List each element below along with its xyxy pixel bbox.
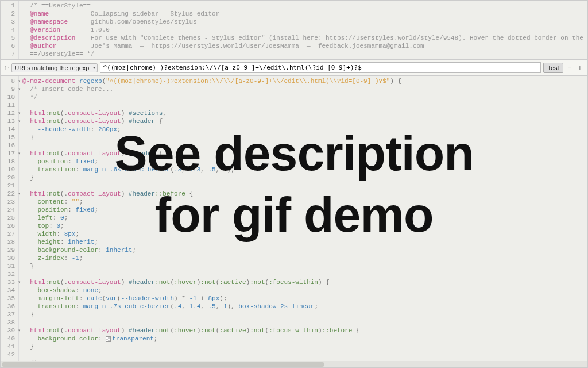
line-number: 21 bbox=[2, 182, 15, 190]
line-number: 15 bbox=[2, 133, 15, 141]
scrollbar-thumb[interactable] bbox=[2, 362, 324, 367]
code-line[interactable]: @name Collapsing sidebar - Stylus editor bbox=[22, 10, 587, 18]
code-line[interactable]: } bbox=[22, 262, 587, 270]
line-number: 31 bbox=[2, 262, 15, 270]
code-line[interactable]: content: ""; bbox=[22, 198, 587, 206]
line-number: 4 bbox=[2, 26, 15, 34]
code-line[interactable]: /* Insert code here... bbox=[22, 85, 587, 93]
line-number: 18 bbox=[2, 158, 15, 166]
code-line[interactable]: html:not(.compact-layout) #header { bbox=[22, 150, 587, 158]
code-line[interactable]: @version 1.0.0 bbox=[22, 26, 587, 34]
line-number: 35 bbox=[2, 294, 15, 302]
code-line[interactable]: left: 0; bbox=[22, 214, 587, 222]
code-line[interactable]: position: fixed; bbox=[22, 158, 587, 166]
line-number: 28 bbox=[2, 238, 15, 246]
line-number: 2 bbox=[2, 10, 15, 18]
line-number: 5 bbox=[2, 34, 15, 42]
stylus-editor: 1234567 /* ==UserStyle== @name Collapsin… bbox=[0, 0, 588, 368]
css-body-block: 8910111213141516171819202122232425262728… bbox=[1, 76, 587, 361]
line-number: 7 bbox=[2, 50, 15, 58]
line-number: 20 bbox=[2, 174, 15, 182]
code-line[interactable]: } bbox=[22, 133, 587, 141]
horizontal-scrollbar[interactable] bbox=[1, 361, 587, 367]
code-line[interactable]: transition: margin .6s cubic-bezier(.3, … bbox=[22, 166, 587, 174]
code-line[interactable]: html:not(.compact-layout) #header { bbox=[22, 117, 587, 125]
line-number: 17 bbox=[2, 150, 15, 158]
code-line[interactable]: html:not(.compact-layout) #sections, bbox=[22, 109, 587, 117]
code-line[interactable]: @author Joe's Mamma — https://userstyles… bbox=[22, 42, 587, 50]
line-number: 24 bbox=[2, 206, 15, 214]
code-line[interactable]: } bbox=[22, 310, 587, 319]
line-number: 1 bbox=[2, 2, 15, 10]
code-line[interactable]: box-shadow: none; bbox=[22, 286, 587, 294]
code-line[interactable] bbox=[22, 182, 587, 190]
line-number: 30 bbox=[2, 254, 15, 262]
applies-type-select[interactable]: URLs matching the regexp bbox=[11, 63, 98, 72]
code-line[interactable] bbox=[22, 319, 587, 327]
code-line[interactable]: html:not(.compact-layout) #header:not(:h… bbox=[22, 327, 587, 335]
code-line[interactable]: html:not(.compact-layout) #header:not(:h… bbox=[22, 278, 587, 286]
line-number: 36 bbox=[2, 302, 15, 310]
code-line[interactable]: } bbox=[22, 174, 587, 182]
line-gutter: 8910111213141516171819202122232425262728… bbox=[1, 76, 19, 361]
code-line[interactable]: transition: margin .7s cubic-bezier(.4, … bbox=[22, 302, 587, 310]
code-line[interactable]: ==/UserStyle== */ bbox=[22, 50, 587, 58]
applies-type-label: URLs matching the regexp bbox=[14, 64, 89, 71]
code-line[interactable]: html:not(.compact-layout) #header::befor… bbox=[22, 190, 587, 198]
code-line[interactable] bbox=[22, 101, 587, 109]
code-line[interactable]: top: 0; bbox=[22, 222, 587, 230]
code-lines[interactable]: @-moz-document regexp("^((moz|chrome)-)?… bbox=[19, 76, 587, 361]
regex-input[interactable] bbox=[100, 62, 541, 73]
code-line[interactable]: --header-width: 280px; bbox=[22, 125, 587, 133]
line-number: 40 bbox=[2, 335, 15, 343]
remove-applies-icon[interactable]: − bbox=[566, 63, 574, 72]
color-swatch-icon[interactable] bbox=[106, 336, 111, 342]
add-applies-icon[interactable]: + bbox=[576, 63, 584, 72]
line-number: 33 bbox=[2, 278, 15, 286]
code-line[interactable]: background-color: inherit; bbox=[22, 246, 587, 254]
usercss-header-block: 1234567 /* ==UserStyle== @name Collapsin… bbox=[1, 1, 587, 59]
code-line[interactable]: z-index: -1; bbox=[22, 254, 587, 262]
code-line[interactable]: margin-left: calc(var(--header-width) * … bbox=[22, 294, 587, 302]
line-number: 26 bbox=[2, 222, 15, 230]
line-number: 16 bbox=[2, 141, 15, 150]
code-line[interactable]: @-moz-document regexp("^((moz|chrome)-)?… bbox=[22, 77, 587, 85]
line-number: 38 bbox=[2, 319, 15, 327]
code-line[interactable]: /* ==UserStyle== bbox=[22, 2, 587, 10]
section-index: 1: bbox=[4, 64, 9, 71]
line-number: 42 bbox=[2, 351, 15, 359]
code-line[interactable]: */ bbox=[22, 93, 587, 101]
line-number: 8 bbox=[2, 77, 15, 85]
code-line[interactable]: position: fixed; bbox=[22, 206, 587, 214]
line-number: 27 bbox=[2, 230, 15, 238]
line-number: 22 bbox=[2, 190, 15, 198]
line-number: 13 bbox=[2, 117, 15, 125]
line-number: 39 bbox=[2, 327, 15, 335]
code-line[interactable]: height: inherit; bbox=[22, 238, 587, 246]
code-line[interactable] bbox=[22, 270, 587, 278]
code-line[interactable]: @namespace github.com/openstyles/stylus bbox=[22, 18, 587, 26]
code-line[interactable] bbox=[22, 141, 587, 150]
line-number: 11 bbox=[2, 101, 15, 109]
code-lines[interactable]: /* ==UserStyle== @name Collapsing sideba… bbox=[19, 1, 587, 59]
line-number: 3 bbox=[2, 18, 15, 26]
code-line[interactable]: width: 8px; bbox=[22, 230, 587, 238]
line-number: 37 bbox=[2, 310, 15, 319]
line-number: 6 bbox=[2, 42, 15, 50]
line-number: 41 bbox=[2, 343, 15, 351]
line-number: 25 bbox=[2, 214, 15, 222]
code-line[interactable]: @description For use with "Complete them… bbox=[22, 34, 587, 42]
code-line[interactable] bbox=[22, 351, 587, 359]
line-gutter: 1234567 bbox=[1, 1, 19, 59]
applies-to-bar: 1: URLs matching the regexp Test − + bbox=[1, 59, 587, 76]
test-button[interactable]: Test bbox=[543, 63, 563, 73]
line-number: 14 bbox=[2, 125, 15, 133]
line-number: 32 bbox=[2, 270, 15, 278]
line-number: 34 bbox=[2, 286, 15, 294]
line-number: 29 bbox=[2, 246, 15, 254]
line-number: 19 bbox=[2, 166, 15, 174]
line-number: 12 bbox=[2, 109, 15, 117]
line-number: 9 bbox=[2, 85, 15, 93]
code-line[interactable]: background-color: transparent; bbox=[22, 335, 587, 343]
code-line[interactable]: } bbox=[22, 343, 587, 351]
